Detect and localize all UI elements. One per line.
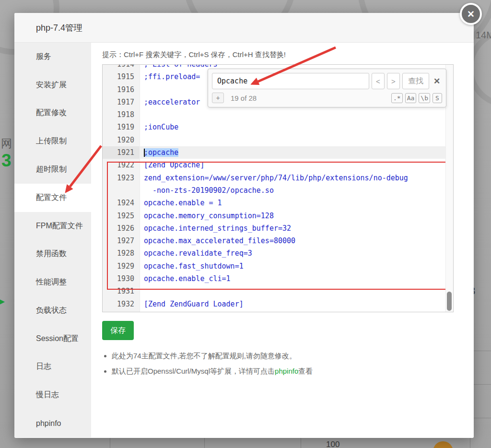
line-number: 1914	[103, 64, 140, 71]
line-number: 1921	[103, 146, 140, 159]
line-number: 1931	[103, 285, 140, 297]
editor-line: 1919 ;ionCube	[103, 121, 446, 133]
page: { "colors": { "accent_green": "#20a53a",…	[0, 0, 491, 448]
editor-scrollbar-thumb[interactable]	[447, 292, 452, 311]
match-count: 19 of 28	[231, 94, 257, 102]
note-text: 默认已开启Openssl/Curl/Mysql等扩展，详情可点击	[112, 367, 275, 375]
line-text: opcache.memory_consumption=128	[140, 210, 446, 222]
find-next-button[interactable]: >	[387, 73, 400, 89]
search-input[interactable]	[212, 73, 369, 89]
line-number: 1916	[103, 83, 140, 96]
background-divider	[301, 438, 301, 448]
find-prev-button[interactable]: <	[372, 73, 385, 89]
search-options-row: + 19 of 28 .* Aa \b S	[212, 93, 442, 103]
find-button[interactable]: 查找	[402, 73, 429, 89]
background-net-glyph: 网	[1, 136, 12, 151]
background-green-number: 3	[1, 151, 12, 171]
replace-expand-button[interactable]: +	[212, 93, 224, 103]
sidebar: 服务 安装扩展 配置修改 上传限制 超时限制 配置文件 FPM配置文件 禁用函数…	[14, 43, 91, 437]
regex-toggle[interactable]: .*	[391, 93, 403, 103]
line-text: -non-zts-20190902/opcache.so	[140, 184, 446, 197]
sidebar-item[interactable]: Session配置	[14, 325, 91, 353]
note-item: 默认已开启Openssl/Curl/Mysql等扩展，详情可点击phpinfo查…	[112, 367, 474, 376]
background-divider	[472, 351, 491, 351]
editor-line: 1926 opcache.interned_strings_buffer=32	[103, 222, 446, 235]
sidebar-item-label: 配置文件	[36, 193, 67, 203]
background-bottom-number: 100	[326, 440, 339, 448]
line-number: 1922	[103, 159, 140, 171]
line-number: 1920	[103, 134, 140, 146]
line-text: opcache.fast_shutdown=1	[140, 260, 446, 272]
sidebar-item[interactable]: 慢日志	[14, 381, 91, 409]
whole-word-toggle[interactable]: \b	[419, 93, 430, 103]
sidebar-item-label: 超时限制	[36, 165, 67, 175]
background-divider	[110, 438, 110, 448]
case-sensitive-toggle[interactable]: Aa	[405, 93, 417, 103]
sidebar-item[interactable]: 配置文件	[14, 184, 91, 212]
line-text	[140, 134, 446, 146]
close-icon[interactable]: ✕	[460, 3, 482, 25]
editor-line: 1925 opcache.memory_consumption=128	[103, 210, 446, 222]
note-text: 此处为74主配置文件,若您不了解配置规则,请勿随意修改。	[112, 352, 296, 360]
selection-toggle[interactable]: S	[433, 93, 442, 103]
sidebar-item[interactable]: phpinfo	[14, 409, 91, 437]
note-item: 此处为74主配置文件,若您不了解配置规则,请勿随意修改。	[112, 352, 474, 361]
sidebar-item-label: FPM配置文件	[36, 221, 83, 231]
sidebar-item[interactable]: 上传限制	[14, 127, 91, 155]
sidebar-item[interactable]: 超时限制	[14, 155, 91, 184]
save-button[interactable]: 保存	[102, 321, 134, 340]
line-text: zend_extension=/www/server/php/74/lib/ph…	[140, 172, 446, 184]
phpinfo-link[interactable]: phpinfo	[275, 367, 298, 375]
background-green-arrow-icon: ▶	[0, 296, 5, 307]
sidebar-item-label: 负载状态	[36, 306, 67, 316]
background-divider	[472, 384, 491, 385]
editor-line: 1927 opcache.max_accelerated_files=80000	[103, 235, 446, 247]
editor-line: 1922 [Zend Opcache]	[103, 159, 446, 171]
line-number: 1927	[103, 235, 140, 247]
editor-line: 1923 zend_extension=/www/server/php/74/l…	[103, 172, 446, 184]
editor-line: 1932 [Zend ZendGuard Loader]	[103, 298, 446, 310]
sidebar-item-label: 服务	[36, 52, 51, 62]
search-close-icon[interactable]: ✕	[432, 73, 442, 89]
content-panel: 提示：Ctrl+F 搜索关键字，Ctrl+S 保存，Ctrl+H 查找替换! 1…	[91, 43, 474, 437]
line-number: 1919	[103, 121, 140, 133]
background-divider	[470, 438, 470, 448]
sidebar-item-label: 慢日志	[36, 390, 59, 400]
sidebar-item[interactable]: 禁用函数	[14, 240, 91, 268]
line-text	[140, 108, 446, 121]
sidebar-item[interactable]: 负载状态	[14, 296, 91, 325]
editor-line: 1918	[103, 108, 446, 121]
search-panel: < > 查找 ✕ + 19 of 28 .* Aa \b S	[208, 69, 446, 107]
sidebar-item-label: 安装扩展	[36, 80, 67, 90]
background-orange-dot	[433, 441, 453, 448]
line-number: 1932	[103, 298, 140, 310]
config-editor[interactable]: 1914 ; List of headers 1915 ;ffi.preload…	[102, 64, 454, 312]
editor-line: -non-zts-20190902/opcache.so	[103, 184, 446, 197]
note-text: 查看	[298, 367, 313, 375]
line-text: opcache.revalidate_freq=3	[140, 247, 446, 259]
sidebar-item[interactable]: 安装扩展	[14, 71, 91, 99]
editor-line: 1931	[103, 285, 446, 297]
line-number: 1918	[103, 108, 140, 121]
line-text	[140, 285, 446, 297]
line-number: 1929	[103, 260, 140, 272]
sidebar-item[interactable]: 日志	[14, 353, 91, 381]
dialog-title: php-7.4管理	[36, 22, 82, 34]
line-number	[103, 184, 140, 197]
search-row: < > 查找 ✕	[212, 73, 442, 89]
line-text: ;opcache	[140, 146, 446, 159]
dialog-body: 服务 安装扩展 配置修改 上传限制 超时限制 配置文件 FPM配置文件 禁用函数…	[14, 43, 474, 437]
editor-line: 1928 opcache.revalidate_freq=3	[103, 247, 446, 259]
sidebar-item[interactable]: 服务	[14, 43, 91, 71]
editor-scrollbar[interactable]	[445, 65, 453, 312]
sidebar-item-label: 配置修改	[36, 108, 67, 118]
background-memory-text: 14M	[476, 30, 491, 41]
line-number: 1928	[103, 247, 140, 259]
line-number: 1926	[103, 222, 140, 235]
sidebar-item[interactable]: 配置修改	[14, 99, 91, 128]
sidebar-item[interactable]: FPM配置文件	[14, 212, 91, 240]
line-text: opcache.max_accelerated_files=80000	[140, 235, 446, 247]
line-text: opcache.interned_strings_buffer=32	[140, 222, 446, 235]
sidebar-item[interactable]: 性能调整	[14, 268, 91, 296]
editor-hint: 提示：Ctrl+F 搜索关键字，Ctrl+S 保存，Ctrl+H 查找替换!	[102, 50, 474, 59]
